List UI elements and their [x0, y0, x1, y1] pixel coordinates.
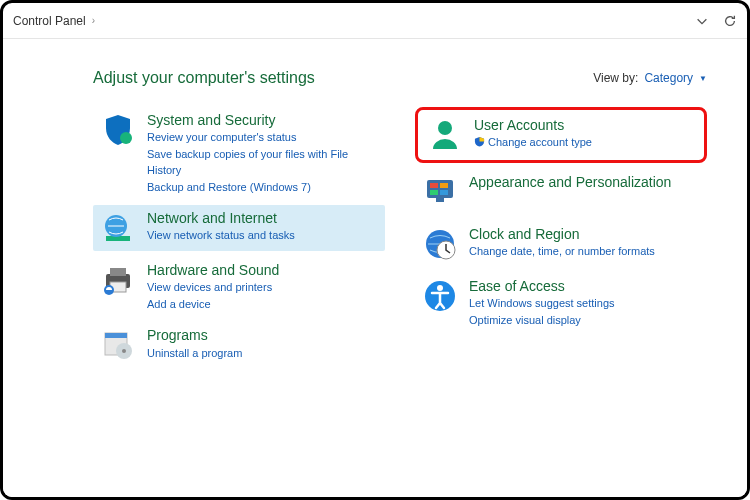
category-link-text: Change account type	[488, 136, 592, 148]
category-user-accounts[interactable]: User Accounts Change account type	[415, 107, 707, 163]
user-icon	[426, 116, 464, 154]
category-link[interactable]: Let Windows suggest settings	[469, 295, 615, 312]
uac-shield-icon	[474, 135, 485, 152]
svg-point-11	[438, 121, 452, 135]
titlebar: Control Panel ›	[3, 3, 747, 39]
category-title[interactable]: Programs	[147, 326, 242, 344]
category-link[interactable]: Change account type	[474, 134, 592, 151]
category-link[interactable]: Optimize visual display	[469, 312, 615, 329]
shield-icon	[99, 111, 137, 149]
category-ease-of-access[interactable]: Ease of Access Let Windows suggest setti…	[415, 273, 707, 332]
right-column: User Accounts Change account type Appear…	[415, 107, 707, 368]
programs-icon	[99, 326, 137, 364]
category-title[interactable]: Appearance and Personalization	[469, 173, 671, 191]
category-system-security[interactable]: System and Security Review your computer…	[93, 107, 385, 199]
category-title[interactable]: Hardware and Sound	[147, 261, 279, 279]
ease-icon	[421, 277, 459, 315]
category-title[interactable]: Network and Internet	[147, 209, 295, 227]
category-title[interactable]: Ease of Access	[469, 277, 615, 295]
svg-rect-16	[440, 190, 448, 195]
content-area: Adjust your computer's settings View by:…	[3, 39, 747, 378]
view-by-label: View by:	[593, 71, 638, 85]
svg-rect-4	[110, 268, 126, 276]
breadcrumb[interactable]: Control Panel ›	[13, 14, 695, 28]
printer-icon	[99, 261, 137, 299]
category-link[interactable]: Save backup copies of your files with Fi…	[147, 146, 379, 179]
category-appearance-personalization[interactable]: Appearance and Personalization	[415, 169, 707, 215]
view-by-control[interactable]: View by: Category ▼	[593, 71, 707, 85]
category-link[interactable]: View devices and printers	[147, 279, 279, 296]
appearance-icon	[421, 173, 459, 211]
category-link[interactable]: View network status and tasks	[147, 227, 295, 244]
category-clock-region[interactable]: Clock and Region Change date, time, or n…	[415, 221, 707, 267]
clock-icon	[421, 225, 459, 263]
category-link[interactable]: Backup and Restore (Windows 7)	[147, 179, 379, 196]
svg-rect-8	[105, 333, 127, 338]
chevron-right-icon: ›	[92, 15, 95, 26]
category-programs[interactable]: Programs Uninstall a program	[93, 322, 385, 368]
svg-point-21	[437, 285, 443, 291]
chevron-down-icon: ▼	[699, 74, 707, 83]
category-title[interactable]: Clock and Region	[469, 225, 655, 243]
svg-rect-12	[427, 180, 453, 198]
svg-rect-17	[436, 198, 444, 202]
category-title[interactable]: System and Security	[147, 111, 379, 129]
category-link[interactable]: Review your computer's status	[147, 129, 379, 146]
left-column: System and Security Review your computer…	[93, 107, 385, 368]
category-link[interactable]: Add a device	[147, 296, 279, 313]
category-title[interactable]: User Accounts	[474, 116, 592, 134]
chevron-down-icon[interactable]	[695, 14, 709, 28]
bottom-fade	[3, 377, 747, 497]
svg-point-0	[120, 132, 132, 144]
svg-rect-14	[440, 183, 448, 188]
svg-rect-13	[430, 183, 438, 188]
svg-point-10	[122, 349, 126, 353]
svg-rect-15	[430, 190, 438, 195]
refresh-icon[interactable]	[723, 14, 737, 28]
globe-icon	[99, 209, 137, 247]
view-by-value[interactable]: Category	[644, 71, 693, 85]
category-network-internet[interactable]: Network and Internet View network status…	[93, 205, 385, 251]
category-link[interactable]: Change date, time, or number formats	[469, 243, 655, 260]
breadcrumb-text[interactable]: Control Panel	[13, 14, 86, 28]
category-hardware-sound[interactable]: Hardware and Sound View devices and prin…	[93, 257, 385, 316]
category-link[interactable]: Uninstall a program	[147, 345, 242, 362]
page-title: Adjust your computer's settings	[93, 69, 315, 87]
